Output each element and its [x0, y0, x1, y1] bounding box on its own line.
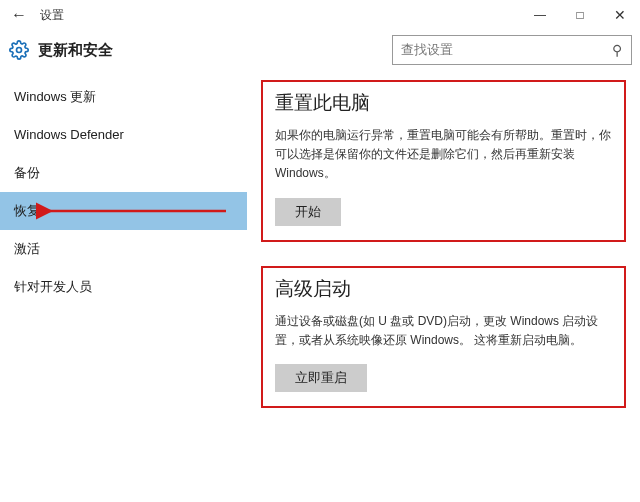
- sidebar-item-activation[interactable]: 激活: [0, 230, 247, 268]
- maximize-button[interactable]: □: [560, 0, 600, 30]
- minimize-button[interactable]: ―: [520, 0, 560, 30]
- svg-point-0: [17, 48, 22, 53]
- sidebar-item-label: 针对开发人员: [14, 279, 92, 294]
- reset-pc-section: 重置此电脑 如果你的电脑运行异常，重置电脑可能会有所帮助。重置时，你可以选择是保…: [261, 80, 626, 242]
- header: 更新和安全 查找设置 ⚲: [0, 30, 640, 70]
- sidebar-item-label: Windows 更新: [14, 89, 96, 104]
- content-area: 重置此电脑 如果你的电脑运行异常，重置电脑可能会有所帮助。重置时，你可以选择是保…: [247, 70, 640, 502]
- advanced-startup-section: 高级启动 通过设备或磁盘(如 U 盘或 DVD)启动，更改 Windows 启动…: [261, 266, 626, 408]
- advanced-startup-restart-button[interactable]: 立即重启: [275, 364, 367, 392]
- sidebar: Windows 更新 Windows Defender 备份 恢复 激活 针对开…: [0, 70, 247, 502]
- settings-gear-icon[interactable]: [0, 40, 38, 60]
- sidebar-item-for-developers[interactable]: 针对开发人员: [0, 268, 247, 306]
- back-button[interactable]: ←: [0, 6, 38, 24]
- sidebar-item-label: 恢复: [14, 203, 40, 218]
- annotation-arrow-icon: [36, 197, 236, 225]
- close-button[interactable]: ✕: [600, 0, 640, 30]
- category-title: 更新和安全: [38, 41, 113, 60]
- search-input[interactable]: 查找设置 ⚲: [392, 35, 632, 65]
- sidebar-item-windows-defender[interactable]: Windows Defender: [0, 116, 247, 154]
- sidebar-item-windows-update[interactable]: Windows 更新: [0, 78, 247, 116]
- sidebar-item-backup[interactable]: 备份: [0, 154, 247, 192]
- advanced-startup-title: 高级启动: [275, 276, 612, 302]
- reset-pc-start-button[interactable]: 开始: [275, 198, 341, 226]
- sidebar-item-label: 激活: [14, 241, 40, 256]
- sidebar-item-label: 备份: [14, 165, 40, 180]
- search-icon: ⚲: [603, 42, 631, 58]
- sidebar-item-label: Windows Defender: [14, 127, 124, 142]
- reset-pc-title: 重置此电脑: [275, 90, 612, 116]
- window-title: 设置: [38, 7, 64, 24]
- titlebar: ← 设置 ― □ ✕: [0, 0, 640, 30]
- search-placeholder: 查找设置: [393, 41, 603, 59]
- advanced-startup-desc: 通过设备或磁盘(如 U 盘或 DVD)启动，更改 Windows 启动设置，或者…: [275, 312, 612, 350]
- sidebar-item-recovery[interactable]: 恢复: [0, 192, 247, 230]
- reset-pc-desc: 如果你的电脑运行异常，重置电脑可能会有所帮助。重置时，你可以选择是保留你的文件还…: [275, 126, 612, 184]
